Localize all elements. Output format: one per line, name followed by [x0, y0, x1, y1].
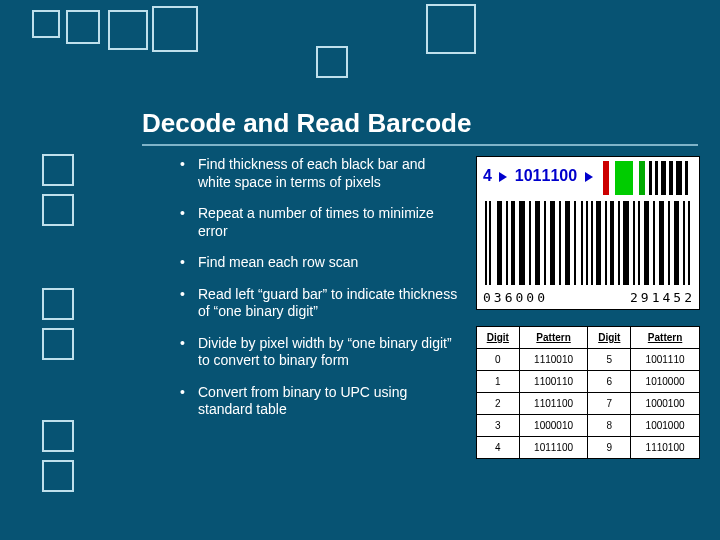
table-cell: 0 [477, 349, 520, 371]
barcode-decoded-label: 4 1011100 [483, 167, 596, 185]
table-header: Digit [477, 327, 520, 349]
table-cell: 9 [588, 437, 631, 459]
deco-box [42, 154, 74, 186]
table-cell: 8 [588, 415, 631, 437]
deco-box [108, 10, 148, 50]
deco-box [42, 460, 74, 492]
table-cell: 1001110 [631, 349, 700, 371]
deco-box [426, 4, 476, 54]
deco-box [32, 10, 60, 38]
deco-box [42, 420, 74, 452]
deco-box [66, 10, 100, 44]
barcode-figure: 4 1011100 [476, 156, 700, 310]
table-cell: 1 [477, 371, 520, 393]
table-cell: 5 [588, 349, 631, 371]
table-header: Pattern [519, 327, 588, 349]
table-cell: 1011100 [519, 437, 588, 459]
title-underline [142, 144, 698, 146]
pattern-table: Digit Pattern Digit Pattern 011100105100… [476, 326, 700, 459]
table-cell: 2 [477, 393, 520, 415]
barcode-numbers: 036000 291452 [483, 290, 695, 305]
deco-box [316, 46, 348, 78]
table-cell: 1110100 [631, 437, 700, 459]
bullet-item: Convert from binary to UPC using standar… [176, 384, 460, 419]
bullet-list: Find thickness of each black bar and whi… [176, 156, 460, 433]
barcode-bars [483, 201, 695, 285]
table-cell: 3 [477, 415, 520, 437]
table-row: 2110110071000100 [477, 393, 700, 415]
table-row: 3100001081001000 [477, 415, 700, 437]
table-cell: 7 [588, 393, 631, 415]
table-cell: 4 [477, 437, 520, 459]
table-cell: 1110010 [519, 349, 588, 371]
bullet-item: Find mean each row scan [176, 254, 460, 272]
table-row: 4101110091110100 [477, 437, 700, 459]
deco-box [42, 288, 74, 320]
table-cell: 1010000 [631, 371, 700, 393]
decoded-digit: 4 [483, 167, 492, 184]
table-header: Pattern [631, 327, 700, 349]
table-cell: 1000100 [631, 393, 700, 415]
triangle-icon [499, 172, 507, 182]
slide-title: Decode and Read Barcode [142, 108, 471, 139]
table-row: 0111001051001110 [477, 349, 700, 371]
barcode-highlight-zone [603, 161, 697, 195]
deco-box [42, 328, 74, 360]
bullet-item: Repeat a number of times to minimize err… [176, 205, 460, 240]
table-cell: 1101100 [519, 393, 588, 415]
table-row: 1110011061010000 [477, 371, 700, 393]
table-cell: 6 [588, 371, 631, 393]
table-cell: 1100110 [519, 371, 588, 393]
barcode-numbers-right: 291452 [630, 290, 695, 305]
table-header: Digit [588, 327, 631, 349]
table-cell: 1000010 [519, 415, 588, 437]
bullet-item: Find thickness of each black bar and whi… [176, 156, 460, 191]
table-cell: 1001000 [631, 415, 700, 437]
decoded-pattern: 1011100 [515, 167, 577, 184]
bullet-item: Divide by pixel width by “one binary dig… [176, 335, 460, 370]
bullet-item: Read left “guard bar” to indicate thickn… [176, 286, 460, 321]
barcode-numbers-left: 036000 [483, 290, 548, 305]
deco-box [152, 6, 198, 52]
triangle-icon [585, 172, 593, 182]
deco-box [42, 194, 74, 226]
